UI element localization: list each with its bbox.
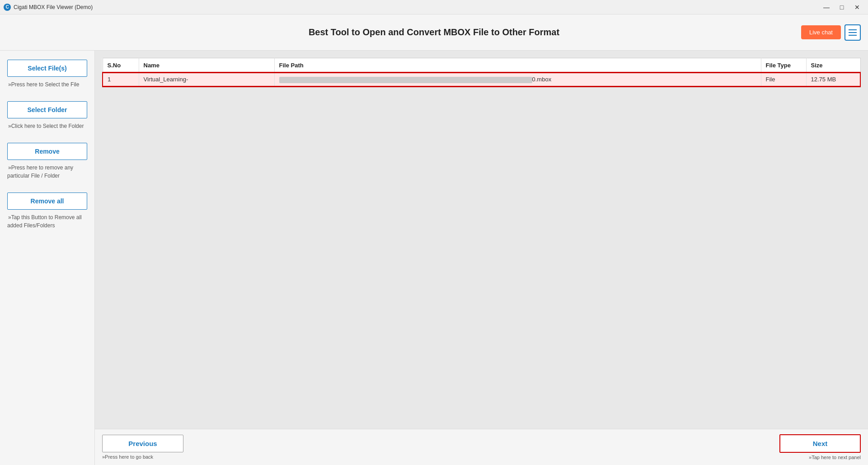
sidebar: Select File(s) »Press here to Select the…	[0, 51, 95, 465]
table-row[interactable]: 1Virtual_Learning- 0.mboxFile12.75 MB	[103, 73, 860, 86]
cell-type: File	[761, 73, 806, 86]
path-blurred	[279, 77, 532, 83]
titlebar: C Cigati MBOX File Viewer (Demo) — □ ✕	[0, 0, 868, 14]
content-area: S.No Name File Path File Type Size 1Virt…	[95, 51, 868, 465]
table-area: S.No Name File Path File Type Size 1Virt…	[95, 51, 868, 429]
select-files-section: Select File(s) »Press here to Select the…	[7, 60, 87, 89]
footer-right: Next »Tap here to next panel	[779, 434, 861, 460]
col-header-type: File Type	[761, 58, 806, 73]
footer: Previous »Press here to go back Next »Ta…	[95, 429, 868, 465]
col-header-path: File Path	[274, 58, 761, 73]
remove-all-button[interactable]: Remove all	[7, 193, 87, 210]
cell-path: 0.mbox	[274, 73, 761, 86]
remove-button[interactable]: Remove	[7, 143, 87, 160]
select-files-button[interactable]: Select File(s)	[7, 60, 87, 77]
cell-sno: 1	[103, 73, 139, 86]
minimize-button[interactable]: —	[819, 0, 834, 14]
remove-all-desc: »Tap this Button to Remove all added Fil…	[7, 214, 82, 229]
table-wrapper: S.No Name File Path File Type Size 1Virt…	[102, 58, 861, 422]
header: Best Tool to Open and Convert MBOX File …	[0, 14, 868, 51]
table-header: S.No Name File Path File Type Size	[103, 58, 860, 73]
col-header-size: Size	[806, 58, 860, 73]
select-folder-desc: »Click here to Select the Folder	[7, 123, 84, 129]
titlebar-controls: — □ ✕	[819, 0, 864, 14]
page-title: Best Tool to Open and Convert MBOX File …	[309, 27, 559, 38]
select-folder-button[interactable]: Select Folder	[7, 101, 87, 118]
remove-desc: »Press here to remove any particular Fil…	[7, 164, 73, 179]
remove-section: Remove »Press here to remove any particu…	[7, 143, 87, 180]
previous-hint: »Press here to go back	[102, 454, 183, 460]
maximize-button[interactable]: □	[835, 0, 849, 14]
select-folder-section: Select Folder »Click here to Select the …	[7, 101, 87, 130]
previous-button[interactable]: Previous	[102, 435, 183, 452]
app-icon: C	[4, 4, 11, 11]
next-button[interactable]: Next	[779, 434, 861, 453]
remove-all-section: Remove all »Tap this Button to Remove al…	[7, 193, 87, 230]
titlebar-title: Cigati MBOX File Viewer (Demo)	[14, 4, 819, 10]
cell-name: Virtual_Learning-	[139, 73, 274, 86]
main-content: Select File(s) »Press here to Select the…	[0, 51, 868, 465]
menu-button[interactable]	[845, 24, 861, 41]
cell-size: 12.75 MB	[806, 73, 860, 86]
file-table: S.No Name File Path File Type Size 1Virt…	[102, 58, 861, 87]
close-button[interactable]: ✕	[850, 0, 864, 14]
col-header-name: Name	[139, 58, 274, 73]
header-actions: Live chat	[801, 24, 861, 41]
live-chat-button[interactable]: Live chat	[801, 25, 841, 39]
col-header-sno: S.No	[103, 58, 139, 73]
next-hint: »Tap here to next panel	[809, 455, 861, 460]
select-files-desc: »Press here to Select the File	[7, 81, 80, 88]
table-body: 1Virtual_Learning- 0.mboxFile12.75 MB	[103, 73, 860, 86]
footer-left: Previous »Press here to go back	[102, 435, 183, 460]
